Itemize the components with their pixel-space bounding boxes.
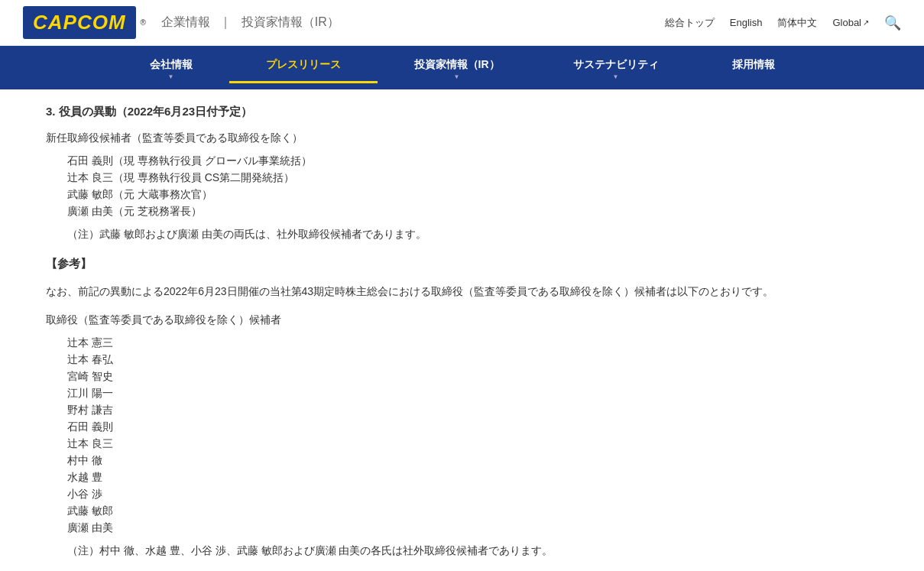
nav-label-sustainability: サステナビリティ <box>573 58 659 72</box>
nav-link-recruit[interactable]: 採用情報 <box>695 46 812 81</box>
nav-label-company: 会社情報 <box>150 58 193 72</box>
logo-registered: ® <box>141 18 146 27</box>
logo: CAPCOM® <box>23 6 146 39</box>
new-candidate-3: 武藤 敏郎（元 大蔵事務次官） <box>67 188 878 202</box>
search-button[interactable]: 🔍 <box>884 15 901 31</box>
reference-section: 【参考】 <box>46 257 878 271</box>
director-2: 辻本 春弘 <box>67 353 878 367</box>
nav-link-ir[interactable]: 投資家情報（IR） ▼ <box>378 46 537 89</box>
main-nav: 会社情報 ▼ プレスリリース 投資家情報（IR） ▼ サステナビリティ ▼ 採用… <box>0 46 924 89</box>
nav-link-company[interactable]: 会社情報 ▼ <box>113 46 229 89</box>
directors-list: 辻本 憲三 辻本 春弘 宮崎 智史 江川 陽一 野村 謙吉 石田 義則 辻本 良… <box>67 336 878 535</box>
director-7: 辻本 良三 <box>67 437 878 451</box>
header-subtitle: 企業情報 ｜ 投資家情報（IR） <box>158 15 342 31</box>
nav-link-press[interactable]: プレスリリース <box>229 46 378 83</box>
note1: （注）武藤 敏郎および廣瀬 由美の両氏は、社外取締役候補者であります。 <box>67 228 878 242</box>
section-title: 3. 役員の異動（2022年6月23日付予定） <box>46 105 878 119</box>
new-candidate-1: 石田 義則（現 専務執行役員 グローバル事業統括） <box>67 154 878 168</box>
director-12: 廣瀬 由美 <box>67 521 878 535</box>
nav-chevron-sustainability: ▼ <box>613 73 619 80</box>
nav-label-press: プレスリリース <box>266 58 341 72</box>
main-paragraph: なお、前記の異動による2022年6月23日開催の当社第43期定時株主総会における… <box>46 282 878 301</box>
nav-item-press[interactable]: プレスリリース <box>229 46 378 89</box>
nav-item-recruit[interactable]: 採用情報 <box>695 46 812 89</box>
intro-label: 新任取締役候補者（監査等委員である取締役を除く） <box>46 131 878 145</box>
director-4: 江川 陽一 <box>67 387 878 401</box>
director-9: 水越 豊 <box>67 471 878 485</box>
director-8: 村中 徹 <box>67 454 878 468</box>
nav-item-company[interactable]: 会社情報 ▼ <box>113 46 229 89</box>
header: CAPCOM® 企業情報 ｜ 投資家情報（IR） 総合トップ English 简… <box>0 0 924 46</box>
directors-title: 取締役（監査等委員である取締役を除く）候補者 <box>46 313 878 327</box>
new-candidate-4: 廣瀬 由美（元 芝税務署長） <box>67 205 878 219</box>
note2: （注）村中 徹、水越 豊、小谷 渉、武藤 敏郎および廣瀬 由美の各氏は社外取締役… <box>67 544 878 558</box>
nav-label-ir: 投資家情報（IR） <box>414 58 500 72</box>
logo-text: CAPCOM <box>23 6 136 39</box>
global-link[interactable]: Global ↗ <box>832 17 869 28</box>
nav-link-sustainability[interactable]: サステナビリティ ▼ <box>537 46 695 89</box>
director-3: 宮崎 智史 <box>67 370 878 384</box>
main-content: 3. 役員の異動（2022年6月23日付予定） 新任取締役候補者（監査等委員であ… <box>0 89 924 571</box>
subtitle-divider: ｜ <box>219 15 232 28</box>
header-right: 総合トップ English 简体中文 Global ↗ 🔍 <box>665 15 901 31</box>
english-link[interactable]: English <box>730 17 763 28</box>
nav-label-recruit: 採用情報 <box>732 58 775 72</box>
director-1: 辻本 憲三 <box>67 336 878 350</box>
external-icon: ↗ <box>863 18 869 27</box>
new-candidates-list: 石田 義則（現 専務執行役員 グローバル事業統括） 辻本 良三（現 専務執行役員… <box>67 154 878 219</box>
director-6: 石田 義則 <box>67 420 878 434</box>
nav-chevron-ir: ▼ <box>454 73 460 80</box>
global-label: Global <box>832 17 861 28</box>
director-10: 小谷 渉 <box>67 488 878 501</box>
header-left: CAPCOM® 企業情報 ｜ 投資家情報（IR） <box>23 6 342 39</box>
subtitle-part1: 企業情報 <box>161 15 210 28</box>
reference-title: 【参考】 <box>46 257 878 271</box>
top-link[interactable]: 総合トップ <box>665 16 715 30</box>
new-candidate-2: 辻本 良三（現 専務執行役員 CS第二開発統括） <box>67 171 878 185</box>
nav-item-sustainability[interactable]: サステナビリティ ▼ <box>537 46 695 89</box>
nav-item-ir[interactable]: 投資家情報（IR） ▼ <box>378 46 537 89</box>
nav-chevron-company: ▼ <box>168 73 174 80</box>
director-5: 野村 謙吉 <box>67 404 878 417</box>
director-11: 武藤 敏郎 <box>67 504 878 518</box>
chinese-link[interactable]: 简体中文 <box>777 16 817 30</box>
subtitle-part2: 投資家情報（IR） <box>242 15 339 28</box>
